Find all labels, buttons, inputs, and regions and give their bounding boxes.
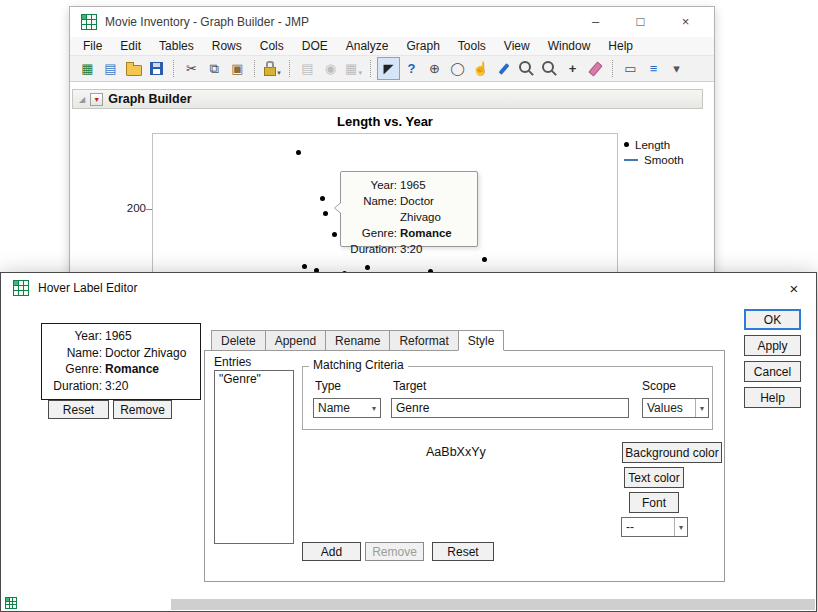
- preview-reset-button[interactable]: Reset: [48, 400, 109, 419]
- scatter-point[interactable]: [323, 211, 328, 216]
- connector-icon[interactable]: ≡: [643, 58, 664, 79]
- open-icon[interactable]: [123, 58, 144, 79]
- close-icon[interactable]: ×: [663, 7, 708, 36]
- desktop: Movie Inventory - Graph Builder - JMP – …: [0, 0, 818, 612]
- menu-window[interactable]: Window: [539, 38, 600, 54]
- preview-remove-button[interactable]: Remove: [113, 400, 172, 419]
- tab-append[interactable]: Append: [265, 330, 326, 351]
- tab-delete[interactable]: Delete: [211, 330, 266, 351]
- copy-icon[interactable]: ⧉: [204, 58, 225, 79]
- hover-row-value: 3:20: [105, 378, 198, 395]
- brush-tool-icon[interactable]: [493, 58, 514, 79]
- chart-title: Length vs. Year: [152, 114, 618, 129]
- target-input[interactable]: [391, 398, 629, 418]
- scope-combo-value: Values: [643, 401, 695, 415]
- apply-button[interactable]: Apply: [744, 335, 801, 356]
- toolbar-separator: [612, 60, 614, 77]
- tab-reformat[interactable]: Reformat: [389, 330, 458, 351]
- scatter-point[interactable]: [302, 264, 307, 269]
- red-triangle-glyph: ▼: [93, 96, 100, 103]
- tooltip-arrow-icon: [334, 202, 341, 214]
- menu-analyze[interactable]: Analyze: [337, 38, 398, 54]
- hover-row-value: 1965: [105, 328, 198, 345]
- save-icon[interactable]: [146, 58, 167, 79]
- type-combo[interactable]: Name ▾: [313, 398, 381, 418]
- lock-icon[interactable]: ▾: [262, 58, 283, 79]
- disclosure-triangle-icon[interactable]: ◢: [79, 95, 85, 104]
- layout-icon: ▦▾: [343, 58, 364, 79]
- menu-edit[interactable]: Edit: [111, 38, 150, 54]
- lasso-tool-icon[interactable]: ◯: [447, 58, 468, 79]
- graph-builder-header[interactable]: ◢ ▼ Graph Builder: [72, 89, 703, 109]
- toolbar-separator: [254, 60, 256, 77]
- scatter-point[interactable]: [296, 150, 301, 155]
- font-button[interactable]: Font: [629, 492, 679, 513]
- reset-button[interactable]: Reset: [432, 542, 494, 561]
- scatter-point[interactable]: [482, 257, 487, 262]
- style-tab-panel: Entries "Genre" Matching Criteria Type N…: [204, 350, 725, 582]
- menu-help[interactable]: Help: [599, 38, 642, 54]
- font-style-combo[interactable]: -- ▾: [621, 517, 688, 537]
- toolbar-separator: [173, 60, 175, 77]
- plus-tool-icon[interactable]: +: [562, 58, 583, 79]
- toolbar-separator: [289, 60, 291, 77]
- tab-strip: DeleteAppendRenameReformatStyle: [211, 330, 503, 351]
- y-axis-tick-label: 200: [100, 202, 146, 214]
- eraser-tool-icon[interactable]: [585, 58, 606, 79]
- scatter-point[interactable]: [332, 232, 337, 237]
- tab-rename[interactable]: Rename: [325, 330, 390, 351]
- legend-item-length[interactable]: Length: [624, 137, 684, 152]
- hover-label-preview: Year:1965Name:Doctor ZhivagoGenre:Romanc…: [41, 323, 201, 400]
- red-triangle-menu-icon[interactable]: ▼: [90, 93, 103, 106]
- legend-item-smooth[interactable]: Smooth: [624, 152, 684, 167]
- help-tool-icon[interactable]: ?: [401, 58, 422, 79]
- annotate-icon[interactable]: ▭: [620, 58, 641, 79]
- text-color-button[interactable]: Text color: [624, 467, 684, 488]
- menu-doe[interactable]: DOE: [293, 38, 337, 54]
- menu-file[interactable]: File: [74, 38, 111, 54]
- entries-listbox[interactable]: "Genre": [214, 370, 294, 544]
- hover-row-label: Genre:: [347, 225, 397, 241]
- add-button[interactable]: Add: [302, 542, 361, 561]
- scope-combo[interactable]: Values ▾: [642, 398, 709, 418]
- app-icon: [81, 14, 97, 30]
- toolbar: ▦▤✂⧉▣▾▤◉▦▾◤?⊕◯☝+▭≡▾: [70, 55, 714, 82]
- cut-icon[interactable]: ✂: [181, 58, 202, 79]
- hover-row-label: Name:: [44, 345, 102, 362]
- journal-icon: ▤: [297, 58, 318, 79]
- dialog-close-icon[interactable]: ×: [782, 278, 806, 298]
- zoom-out-tool-icon[interactable]: [539, 58, 560, 79]
- cancel-button[interactable]: Cancel: [744, 361, 801, 382]
- menu-tools[interactable]: Tools: [449, 38, 495, 54]
- scatter-point[interactable]: [320, 196, 325, 201]
- paste-icon[interactable]: ▣: [227, 58, 248, 79]
- menu-rows[interactable]: Rows: [203, 38, 251, 54]
- menu-view[interactable]: View: [495, 38, 539, 54]
- menu-cols[interactable]: Cols: [251, 38, 293, 54]
- grabber-tool-icon[interactable]: ⊕: [424, 58, 445, 79]
- dot-marker-icon: [624, 142, 629, 147]
- menu-graph[interactable]: Graph: [397, 38, 448, 54]
- toolbar-overflow-icon[interactable]: ▾: [666, 58, 687, 79]
- scope-label: Scope: [642, 379, 676, 393]
- help-button[interactable]: Help: [744, 387, 801, 408]
- main-window-title: Movie Inventory - Graph Builder - JMP: [105, 15, 309, 29]
- zoom-in-tool-icon[interactable]: [516, 58, 537, 79]
- menu-tables[interactable]: Tables: [150, 38, 203, 54]
- ok-button[interactable]: OK: [744, 309, 801, 330]
- new-journal-icon[interactable]: ▤: [100, 58, 121, 79]
- background-color-button[interactable]: Background color: [622, 442, 722, 463]
- maximize-icon[interactable]: □: [618, 7, 663, 36]
- style-sample-text: AaBbXxYy: [426, 445, 486, 459]
- hand-tool-icon[interactable]: ☝: [470, 58, 491, 79]
- chevron-down-icon: ▾: [695, 399, 708, 417]
- hover-row-value: Romance: [105, 361, 198, 378]
- arrow-tool-icon[interactable]: ◤: [378, 58, 399, 79]
- scatter-point[interactable]: [365, 265, 370, 270]
- new-data-table-icon[interactable]: ▦: [77, 58, 98, 79]
- hover-row-label: Genre:: [44, 361, 102, 378]
- minimize-icon[interactable]: –: [573, 7, 618, 36]
- dialog-status-strip: [171, 599, 815, 610]
- tab-style[interactable]: Style: [458, 330, 505, 351]
- entries-item[interactable]: "Genre": [215, 371, 293, 387]
